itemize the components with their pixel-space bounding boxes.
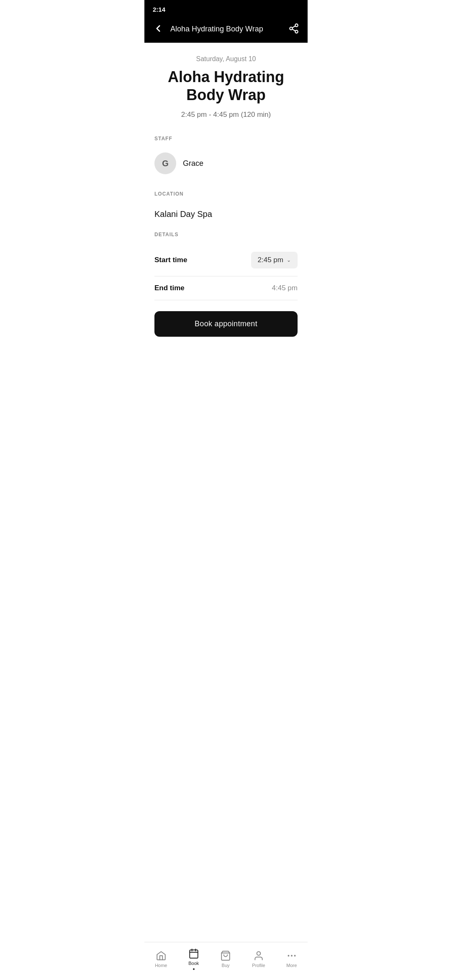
chevron-down-icon: ⌄: [287, 257, 291, 263]
svg-line-3: [292, 29, 295, 31]
staff-name: Grace: [183, 159, 203, 168]
book-button-container: Book appointment: [144, 304, 308, 345]
status-bar: 2:14: [144, 0, 308, 17]
staff-section-label: STAFF: [154, 136, 298, 142]
book-appointment-button[interactable]: Book appointment: [154, 311, 298, 337]
svg-line-4: [292, 26, 295, 28]
start-time-row: Start time 2:45 pm ⌄: [154, 244, 298, 276]
status-time: 2:14: [153, 6, 165, 13]
details-section: DETAILS Start time 2:45 pm ⌄ End time 4:…: [144, 227, 308, 304]
end-time-label: End time: [154, 284, 185, 292]
time-range: 2:45 pm - 4:45 pm (120 min): [153, 111, 299, 119]
start-time-button[interactable]: 2:45 pm ⌄: [251, 252, 298, 268]
staff-avatar-initial: G: [162, 159, 169, 168]
start-time-label: Start time: [154, 256, 187, 264]
location-section: LOCATION: [144, 183, 308, 208]
start-time-value: 2:45 pm: [258, 256, 283, 264]
staff-avatar: G: [154, 152, 176, 174]
main-content: Saturday, August 10 Aloha Hydrating Body…: [144, 43, 308, 387]
staff-row: G Grace: [144, 152, 308, 183]
location-section-label: LOCATION: [154, 191, 298, 197]
details-section-label: DETAILS: [154, 232, 298, 237]
end-time-value: 4:45 pm: [272, 284, 298, 292]
staff-section: STAFF: [144, 127, 308, 152]
date-section: Saturday, August 10 Aloha Hydrating Body…: [144, 43, 308, 127]
location-name: Kalani Day Spa: [144, 208, 308, 227]
service-title: Aloha Hydrating Body Wrap: [153, 68, 299, 104]
share-button[interactable]: [287, 21, 301, 37]
appointment-date: Saturday, August 10: [153, 55, 299, 63]
back-button[interactable]: [151, 21, 165, 37]
end-time-row: End time 4:45 pm: [154, 276, 298, 300]
header: Aloha Hydrating Body Wrap: [144, 17, 308, 43]
header-title: Aloha Hydrating Body Wrap: [170, 25, 287, 34]
